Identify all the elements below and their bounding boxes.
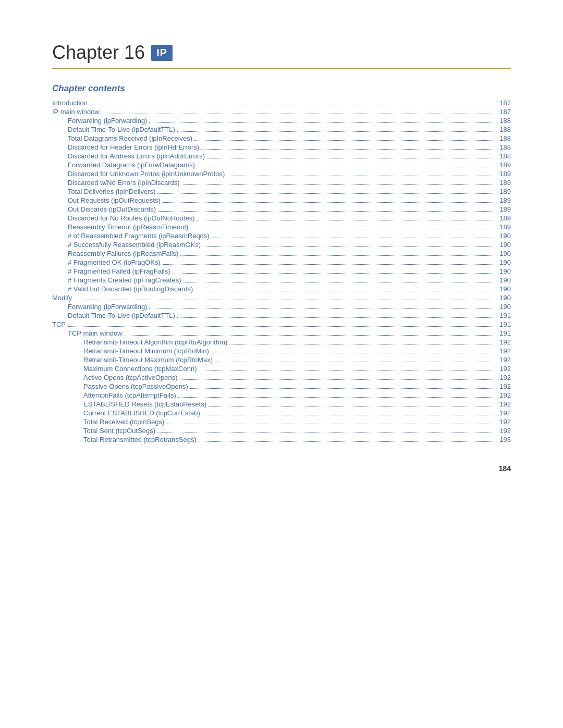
toc-label: IP main window	[52, 108, 100, 116]
toc-page: 189	[499, 161, 511, 169]
toc-page: 188	[499, 134, 511, 142]
toc-page: 191	[499, 312, 511, 319]
toc-label: Total Retransmitted (tcpRetransSegs)	[83, 436, 197, 443]
toc-page: 189	[499, 223, 511, 231]
toc-dots	[194, 140, 497, 141]
toc-page: 188	[499, 152, 511, 160]
toc-entry: Discarded for Address Errors (ipInAddrEr…	[52, 152, 511, 160]
toc-page: 189	[499, 196, 511, 204]
toc-page: 190	[499, 276, 511, 284]
toc-dots	[102, 114, 497, 114]
toc-dots	[229, 344, 497, 344]
toc-label: Introduction	[52, 99, 88, 107]
toc-dots	[166, 424, 497, 424]
toc-label: # Valid but Discarded (ipRoutingDiscards…	[68, 285, 193, 293]
toc-dots	[180, 255, 497, 256]
toc-entry: Default Time-To-Live (ipDefaultTTL)188	[52, 126, 511, 133]
toc-page: 190	[499, 258, 511, 266]
toc-entry: Modify190	[52, 294, 511, 302]
toc-entry: Discarded w/No Errors (ipInDiscards)189	[52, 179, 511, 187]
toc-page: 187	[499, 108, 511, 116]
toc-page: 192	[499, 347, 511, 355]
toc-page: 189	[499, 205, 511, 213]
toc-label: Attempt/Fails (tcpAttemptFails)	[83, 391, 176, 399]
toc-dots	[163, 264, 498, 265]
toc-label: Total Deliveries (ipInDelivers)	[68, 188, 155, 195]
toc-entry: # Fragmented Failed (ipFragFails)190	[52, 267, 511, 275]
toc-dots	[183, 282, 497, 282]
toc-page: 187	[499, 99, 511, 107]
toc-entry: Passive Opens (tcpPassiveOpens)192	[52, 382, 511, 390]
toc-label: Out Requests (ipOutRequests)	[68, 196, 161, 204]
toc-entry: Reassembly Failures (ipReasmFails)190	[52, 250, 511, 257]
toc-entry: Introduction187	[52, 99, 511, 107]
toc-entry: Discarded for Header Errors (ipInHdrErro…	[52, 143, 511, 151]
toc-entry: TCP main window191	[52, 329, 511, 337]
toc-dots	[149, 122, 497, 123]
toc-label: Reassembly Failures (ipReasmFails)	[68, 250, 178, 257]
toc-label: Current ESTABLISHED (tcpCurrEstab)	[83, 409, 200, 417]
toc-label: Forwarding (ipForwarding)	[68, 303, 147, 311]
toc-page: 192	[499, 391, 511, 399]
toc-dots	[157, 193, 497, 194]
toc-dots	[227, 176, 497, 176]
page-footer: 184	[52, 464, 511, 473]
toc-page: 192	[499, 400, 511, 408]
toc-page: 190	[499, 232, 511, 240]
toc-entry: Retransmit-Timeout Algorithm (tcpRtoAlgo…	[52, 338, 511, 346]
toc-label: Default Time-To-Live (ipDefaultTTL)	[68, 312, 175, 319]
toc-label: Maximum Connections (tcpMaxConn)	[83, 365, 197, 373]
toc-dots	[90, 105, 497, 105]
toc-label: Discarded for Unknown Protos (ipInUnknow…	[68, 170, 225, 178]
toc-label: # of Reassembled Fragments (ipReasmReqds…	[68, 232, 210, 240]
toc-page: 191	[499, 320, 511, 328]
toc-label: # Fragmented OK (ipFragOKs)	[68, 258, 161, 266]
toc-dots	[190, 388, 497, 389]
toc-page: 192	[499, 418, 511, 426]
toc-label: Total Datagrams Received (ipInReceives)	[68, 134, 192, 142]
toc-page: 192	[499, 427, 511, 435]
toc-label: Retransmit-Timeout Algorithm (tcpRtoAlgo…	[83, 338, 227, 346]
toc-container: Introduction187IP main window187Forwardi…	[52, 99, 511, 443]
toc-page: 188	[499, 143, 511, 151]
toc-entry: Discarded for Unknown Protos (ipInUnknow…	[52, 170, 511, 178]
toc-entry: Total Deliveries (ipInDelivers)189	[52, 188, 511, 195]
toc-dots	[177, 317, 497, 318]
toc-dots	[190, 229, 497, 229]
toc-dots	[149, 309, 497, 309]
toc-page: 188	[499, 126, 511, 133]
toc-label: Total Received (tcpInSegs)	[83, 418, 164, 426]
toc-entry: Maximum Connections (tcpMaxConn)192	[52, 365, 511, 373]
toc-page: 189	[499, 170, 511, 178]
toc-dots	[199, 371, 497, 371]
toc-dots	[178, 397, 498, 398]
toc-page: 190	[499, 267, 511, 275]
chapter-badge: IP	[151, 45, 173, 61]
toc-label: # Successfully Reassembled (ipReasmOKs)	[68, 241, 201, 249]
toc-page: 189	[499, 214, 511, 222]
chapter-contents-title: Chapter contents	[52, 83, 511, 94]
toc-dots	[207, 158, 497, 158]
toc-page: 192	[499, 365, 511, 373]
toc-dots	[211, 353, 498, 353]
toc-entry: # Successfully Reassembled (ipReasmOKs)1…	[52, 241, 511, 249]
toc-label: Reassembly Timeout (ipReasmTimeout)	[68, 223, 188, 231]
toc-label: Passive Opens (tcpPassiveOpens)	[83, 382, 188, 390]
toc-page: 192	[499, 374, 511, 381]
toc-label: Discarded w/No Errors (ipInDiscards)	[68, 179, 180, 187]
toc-label: TCP main window	[68, 329, 123, 337]
chapter-header: Chapter 16 IP	[52, 42, 511, 64]
toc-label: Modify	[52, 294, 72, 302]
toc-entry: ESTABLISHED Resets (tcpEstabResets)192	[52, 400, 511, 408]
toc-entry: Forwarding (ipForwarding)188	[52, 117, 511, 125]
toc-entry: Retransmit-Timeout Minimum (tcpRtoMin)19…	[52, 347, 511, 355]
toc-page: 190	[499, 241, 511, 249]
toc-entry: # Fragmented OK (ipFragOKs)190	[52, 258, 511, 266]
toc-entry: Out Requests (ipOutRequests)189	[52, 196, 511, 204]
toc-dots	[68, 326, 497, 327]
toc-page: 189	[499, 179, 511, 187]
toc-dots	[202, 415, 498, 415]
toc-page: 190	[499, 294, 511, 302]
toc-page: 192	[499, 409, 511, 417]
toc-dots	[215, 362, 497, 362]
